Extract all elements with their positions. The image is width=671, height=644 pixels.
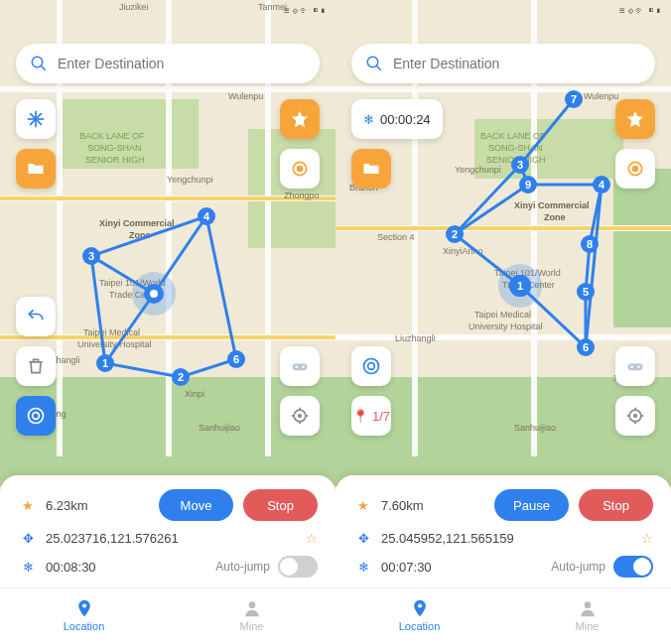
fav-coord-button[interactable]: ☆ bbox=[306, 531, 318, 546]
target-icon bbox=[625, 159, 645, 179]
svg-text:8: 8 bbox=[587, 238, 593, 250]
svg-point-123 bbox=[637, 366, 640, 369]
svg-text:Taipei Medical: Taipei Medical bbox=[83, 327, 140, 337]
cooldown-timer[interactable]: ❄ 00:00:24 bbox=[351, 99, 443, 139]
svg-text:Section 4: Section 4 bbox=[377, 232, 415, 242]
crosshair-icon bbox=[290, 406, 310, 426]
svg-rect-121 bbox=[628, 364, 643, 371]
coord-icon: ✥ bbox=[18, 531, 38, 546]
distance-value: 6.23km bbox=[46, 498, 159, 513]
compass-icon bbox=[361, 356, 381, 376]
star-icon bbox=[625, 109, 645, 129]
user-icon bbox=[242, 598, 262, 618]
phone-left: ≡ ⊘ ᯤ ◧ ▮ JiuzikeiTanmei bbox=[0, 0, 336, 644]
svg-line-46 bbox=[41, 65, 46, 70]
svg-rect-68 bbox=[613, 169, 671, 327]
svg-text:SENIOR HIGH: SENIOR HIGH bbox=[85, 155, 145, 165]
stop-counter[interactable]: 📍 1/7 bbox=[351, 396, 391, 436]
joystick-button[interactable] bbox=[615, 346, 655, 386]
svg-point-63 bbox=[299, 415, 302, 418]
distance-value: 7.60km bbox=[381, 498, 494, 513]
svg-text:Yengchunpi: Yengchunpi bbox=[167, 175, 213, 185]
nav-location[interactable]: Location bbox=[0, 594, 168, 638]
info-panel: ★ 7.60km Pause Stop ✥ 25.045952,121.5651… bbox=[336, 475, 671, 644]
undo-button[interactable] bbox=[16, 297, 56, 336]
svg-text:3: 3 bbox=[517, 159, 523, 171]
svg-point-45 bbox=[32, 57, 43, 67]
cooldown-value: 00:00:24 bbox=[380, 112, 431, 127]
nav-mine[interactable]: Mine bbox=[503, 594, 671, 638]
svg-text:4: 4 bbox=[203, 210, 210, 222]
svg-point-51 bbox=[33, 413, 40, 420]
target-button[interactable] bbox=[615, 149, 655, 189]
svg-point-57 bbox=[302, 366, 305, 369]
svg-text:6: 6 bbox=[583, 341, 589, 353]
favorite-button[interactable] bbox=[615, 99, 655, 139]
svg-text:Yengchunpi: Yengchunpi bbox=[455, 165, 501, 175]
status-icons: ≡ ⊘ ᯤ ◧ ▮ bbox=[284, 5, 326, 16]
autojump-label: Auto-jump bbox=[215, 560, 270, 574]
svg-text:Xinyi Commercial: Xinyi Commercial bbox=[99, 218, 175, 228]
locate-button[interactable] bbox=[615, 396, 655, 436]
search-bar[interactable] bbox=[16, 44, 320, 83]
bottom-nav: Location Mine bbox=[0, 587, 336, 638]
routes-button[interactable] bbox=[351, 149, 391, 189]
gamepad-icon bbox=[625, 356, 645, 376]
favorite-button[interactable] bbox=[280, 99, 320, 139]
svg-text:9: 9 bbox=[525, 179, 531, 191]
svg-text:Zone: Zone bbox=[544, 212, 566, 222]
coords-value: 25.045952,121.565159 bbox=[381, 531, 641, 546]
coord-icon: ✥ bbox=[353, 531, 373, 546]
gamepad-icon bbox=[290, 356, 310, 376]
stop-button[interactable]: Stop bbox=[243, 489, 318, 521]
svg-text:Liuzhangli: Liuzhangli bbox=[395, 333, 436, 343]
svg-text:Xinpi: Xinpi bbox=[185, 389, 204, 399]
target-button[interactable] bbox=[280, 149, 320, 189]
user-icon bbox=[578, 598, 598, 618]
autojump-toggle[interactable] bbox=[278, 556, 318, 578]
coords-value: 25.023716,121.576261 bbox=[46, 531, 306, 546]
trash-icon bbox=[26, 356, 46, 376]
fav-coord-button[interactable]: ☆ bbox=[641, 531, 653, 546]
star-icon bbox=[290, 109, 310, 129]
stop-button[interactable]: Stop bbox=[579, 489, 653, 521]
svg-text:2: 2 bbox=[452, 228, 458, 240]
svg-point-115 bbox=[367, 57, 378, 67]
svg-point-120 bbox=[633, 167, 638, 172]
svg-text:2: 2 bbox=[178, 371, 184, 383]
svg-text:4: 4 bbox=[599, 179, 605, 191]
nav-location-label: Location bbox=[64, 620, 105, 632]
crosshair-icon bbox=[625, 406, 645, 426]
nav-mine-label: Mine bbox=[240, 620, 264, 632]
search-bar[interactable] bbox=[351, 44, 655, 83]
svg-point-131 bbox=[584, 601, 591, 608]
routes-button[interactable] bbox=[16, 149, 56, 189]
search-input[interactable] bbox=[393, 56, 641, 71]
autojump-toggle[interactable] bbox=[613, 556, 653, 578]
target-icon bbox=[290, 159, 310, 179]
pin-icon bbox=[410, 598, 430, 618]
cooldown-button[interactable] bbox=[16, 99, 56, 139]
locate-button[interactable] bbox=[280, 396, 320, 436]
joystick-button[interactable] bbox=[280, 346, 320, 386]
nav-location-label: Location bbox=[399, 620, 441, 632]
recenter-button[interactable] bbox=[16, 396, 56, 436]
svg-point-117 bbox=[368, 363, 375, 370]
search-input[interactable] bbox=[58, 56, 306, 71]
info-panel: ★ 6.23km Move Stop ✥ 25.023716,121.57626… bbox=[0, 475, 336, 644]
move-button[interactable]: Move bbox=[159, 489, 233, 521]
search-icon bbox=[30, 55, 48, 72]
nav-mine[interactable]: Mine bbox=[168, 594, 336, 638]
nav-location[interactable]: Location bbox=[336, 594, 503, 638]
toolbar-right-bottom bbox=[615, 346, 655, 436]
svg-text:3: 3 bbox=[88, 250, 94, 262]
svg-text:5: 5 bbox=[583, 286, 589, 298]
toolbar-right-top bbox=[280, 99, 320, 189]
delete-button[interactable] bbox=[16, 346, 56, 386]
svg-point-65 bbox=[248, 601, 255, 608]
svg-point-122 bbox=[630, 366, 633, 369]
svg-point-64 bbox=[81, 603, 85, 607]
undo-icon bbox=[26, 307, 46, 326]
recenter-button[interactable] bbox=[351, 346, 391, 386]
pause-button[interactable]: Pause bbox=[494, 489, 569, 521]
